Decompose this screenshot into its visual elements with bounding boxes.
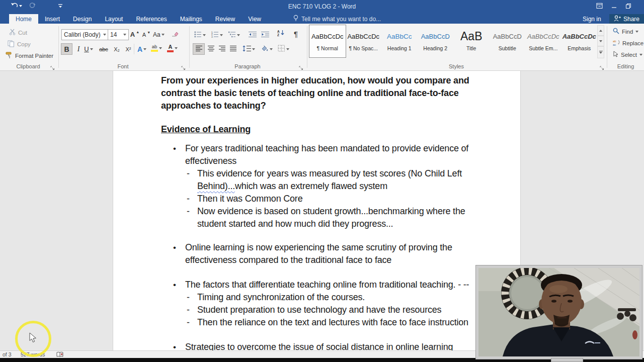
underline-dropdown-arrow[interactable] <box>90 48 93 50</box>
numbering-button[interactable]: 1.2.3. <box>211 30 223 40</box>
borders-button[interactable] <box>278 44 289 54</box>
undo-button[interactable] <box>10 2 22 11</box>
bullet-line[interactable]: •The factors that differentiate teaching… <box>113 279 520 291</box>
blank-line[interactable] <box>113 230 520 241</box>
italic-button[interactable]: I <box>73 44 84 54</box>
blank-line[interactable] <box>113 112 520 123</box>
tab-view[interactable]: View <box>242 14 268 24</box>
style-normal[interactable]: AaBbCcDc¶ Normal <box>309 25 346 57</box>
style-heading2[interactable]: AaBbCcDHeading 2 <box>418 25 454 57</box>
question-line[interactable]: From your experiences in higher educatio… <box>113 74 520 87</box>
show-hide-marks-button[interactable]: ¶ <box>291 29 301 39</box>
dash-line[interactable]: -Student preparation to use technology a… <box>113 304 520 316</box>
paragraph-dialog-launcher-icon[interactable] <box>299 63 304 68</box>
grow-font-button[interactable]: A▲ <box>130 29 140 40</box>
shrink-font-button[interactable]: A▼ <box>141 29 151 40</box>
line-spacing-dropdown-arrow[interactable] <box>252 48 255 50</box>
tab-insert[interactable]: Insert <box>38 14 66 24</box>
tab-references[interactable]: References <box>129 14 173 24</box>
align-center-button[interactable] <box>205 44 216 54</box>
undo-dropdown-arrow[interactable] <box>19 5 22 7</box>
cut-button[interactable]: Cut <box>9 29 27 36</box>
style-heading1[interactable]: AaBbCcHeading 1 <box>381 25 418 57</box>
redo-button[interactable] <box>26 2 38 11</box>
tab-mailings[interactable]: Mailings <box>174 14 209 24</box>
change-case-button[interactable]: Aa <box>153 29 165 40</box>
ribbon-display-options-button[interactable] <box>593 2 605 11</box>
sign-in-button[interactable]: Sign in <box>579 14 605 24</box>
font-name-dropdown-arrow[interactable] <box>103 34 106 36</box>
find-dropdown-arrow[interactable] <box>635 31 638 33</box>
strikethrough-button[interactable]: abc <box>99 44 109 54</box>
highlight-button[interactable]: ab <box>151 43 162 53</box>
dash-line[interactable]: -This evidence for years was measured by… <box>113 167 520 180</box>
font-color-dropdown-arrow[interactable] <box>175 47 178 49</box>
bullet-continuation[interactable]: effectiveness <box>113 155 520 167</box>
find-button[interactable]: Find <box>613 28 638 35</box>
line-spacing-button[interactable] <box>243 44 255 54</box>
text-effects-button[interactable]: A <box>137 44 147 54</box>
borders-dropdown-arrow[interactable] <box>286 48 289 50</box>
section-heading[interactable]: Evidence of Learning <box>113 123 520 136</box>
question-line[interactable]: approaches to teaching? <box>113 100 520 112</box>
minimize-button[interactable] <box>608 2 620 11</box>
tab-design[interactable]: Design <box>66 14 98 24</box>
dash-line[interactable]: -Now evidence is based on student growth… <box>113 205 520 218</box>
font-name-combo[interactable]: Calibri (Body) <box>61 29 109 40</box>
style-subtle-emphasis[interactable]: AaBbCcDcSubtle Em... <box>525 25 561 57</box>
replace-button[interactable]: abac Replace <box>613 39 643 47</box>
bullet-line[interactable]: •Online learning is now experiencing the… <box>113 241 520 254</box>
text-effects-dropdown-arrow[interactable] <box>143 48 146 50</box>
dash-line[interactable]: -Then the reliance on the text and lectu… <box>113 316 520 329</box>
font-color-button[interactable]: A <box>167 43 178 53</box>
multilevel-list-button[interactable] <box>228 30 240 40</box>
change-case-dropdown-arrow[interactable] <box>162 34 165 36</box>
copy-button[interactable]: Copy <box>8 40 31 48</box>
numbering-dropdown-arrow[interactable] <box>220 34 223 36</box>
bullet-continuation[interactable]: effectiveness compared to the traditiona… <box>113 254 520 266</box>
clear-formatting-button[interactable] <box>170 29 180 40</box>
font-size-dropdown-arrow[interactable] <box>123 34 126 36</box>
styles-scroll-down-button[interactable] <box>597 36 604 46</box>
select-button[interactable]: Select <box>613 51 642 58</box>
align-right-button[interactable] <box>216 44 227 54</box>
subscript-button[interactable]: X₂ <box>112 44 122 54</box>
style-subtitle[interactable]: AaBbCcDSubtitle <box>490 25 526 57</box>
style-title[interactable]: AaBTitle <box>453 25 490 57</box>
bullet-line[interactable]: •For years traditional teaching has been… <box>113 142 520 155</box>
sort-button[interactable]: AZ <box>276 29 286 39</box>
restore-button[interactable] <box>622 2 634 11</box>
bullet-line[interactable]: •Strategies to overcome the issue of soc… <box>113 341 520 350</box>
font-size-combo[interactable]: 14 <box>108 29 129 40</box>
justify-button[interactable] <box>227 44 238 54</box>
decrease-indent-button[interactable] <box>248 30 258 40</box>
clipboard-dialog-launcher-icon[interactable] <box>50 63 55 68</box>
align-left-button[interactable] <box>193 44 204 54</box>
font-dialog-launcher-icon[interactable] <box>181 63 186 68</box>
multilevel-list-dropdown-arrow[interactable] <box>237 34 240 36</box>
increase-indent-button[interactable] <box>260 30 270 40</box>
dash-continuation[interactable]: student started and how much did they pr… <box>113 218 520 230</box>
proofing-errors-icon[interactable] <box>56 351 63 358</box>
document-page[interactable]: From your experiences in higher educatio… <box>113 71 521 350</box>
styles-scroll-up-button[interactable] <box>597 25 604 36</box>
superscript-button[interactable]: X² <box>123 44 133 54</box>
shading-button[interactable] <box>261 44 273 54</box>
underline-button[interactable]: U <box>84 44 94 54</box>
style-no-spacing[interactable]: AaBbCcDc¶ No Spac... <box>346 25 382 57</box>
customize-quick-access-button[interactable] <box>54 2 66 11</box>
blank-line[interactable] <box>113 329 520 341</box>
select-dropdown-arrow[interactable] <box>639 54 642 56</box>
tab-home[interactable]: Home <box>9 14 38 24</box>
dash-continuation[interactable]: Behind)...which was an extremely flawed … <box>113 180 520 193</box>
bullets-dropdown-arrow[interactable] <box>203 34 206 36</box>
shading-dropdown-arrow[interactable] <box>270 48 273 50</box>
question-line[interactable]: contrast the basic tenets of teaching on… <box>113 87 520 100</box>
format-painter-button[interactable]: Format Painter <box>5 52 53 60</box>
dash-line[interactable]: -Then it was Common Core <box>113 193 520 205</box>
blank-line[interactable] <box>113 136 520 142</box>
dash-line[interactable]: -Timing and synchronization of the cours… <box>113 291 520 304</box>
bullets-button[interactable] <box>194 30 206 40</box>
tab-review[interactable]: Review <box>209 14 242 24</box>
page-indicator[interactable]: of 3 <box>3 351 12 357</box>
